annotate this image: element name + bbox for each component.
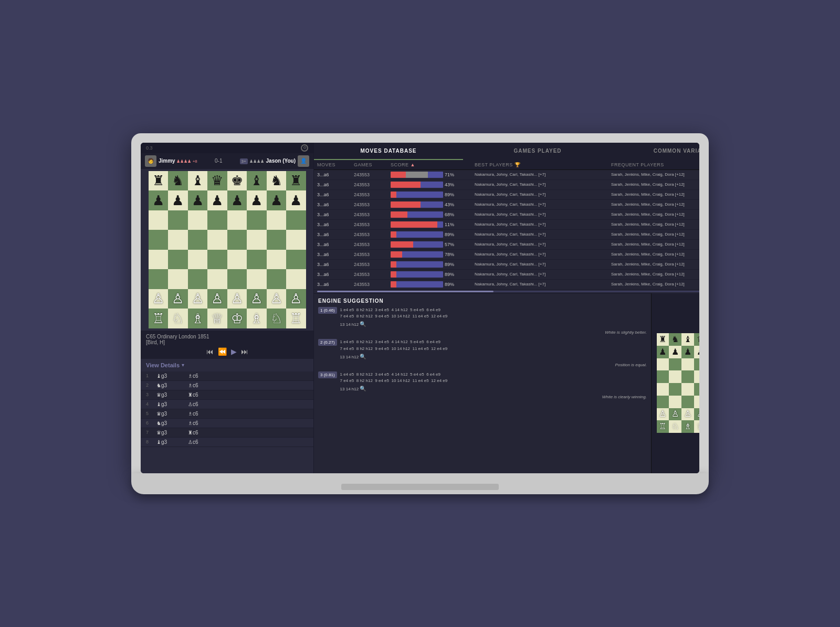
play-button[interactable]: ▶ bbox=[231, 347, 237, 356]
board-cell[interactable]: ♙ bbox=[657, 408, 669, 421]
last-move-button[interactable]: ⏭ bbox=[241, 347, 248, 356]
magnify-icon[interactable]: 🔍 bbox=[360, 354, 366, 359]
board-cell[interactable]: ♟ bbox=[247, 190, 267, 210]
board-cell[interactable]: ♟ bbox=[657, 346, 669, 358]
board-cell[interactable]: ♖ bbox=[286, 309, 306, 328]
black-move[interactable]: ♗c6 bbox=[188, 382, 219, 388]
board-cell[interactable] bbox=[681, 383, 694, 396]
board-cell[interactable] bbox=[267, 269, 287, 289]
board-cell[interactable] bbox=[168, 230, 188, 250]
board-cell[interactable] bbox=[247, 210, 267, 230]
moves-list[interactable]: 1 ♝g3 ♗c6 2 ♞g3 ♗c6 3 ♛g3 ♜c6 4 ♝g3 ♙c6 … bbox=[141, 371, 313, 473]
move-row[interactable]: 7 ♛g3 ♜c6 bbox=[141, 428, 313, 438]
board-cell[interactable]: ♞ bbox=[267, 171, 287, 191]
board-cell[interactable]: ♘ bbox=[669, 420, 681, 433]
mini-board[interactable]: ♜♞♝♛♚♝♞♜♟♟♟♟♟♟♟♟♙♙♙♙♙♙♙♙♖♘♗♕♔♗♘♖ bbox=[657, 333, 700, 433]
board-cell[interactable] bbox=[669, 370, 681, 383]
board-cell[interactable] bbox=[188, 230, 208, 250]
db-table-row[interactable]: 3...a6 243553 78% Nakamura, Johny, Carl,… bbox=[314, 250, 699, 260]
board-cell[interactable] bbox=[207, 230, 227, 250]
board-cell[interactable] bbox=[694, 396, 699, 408]
tab-common-variations[interactable]: COMMON VARIATIONS bbox=[612, 143, 699, 160]
board-cell[interactable] bbox=[149, 230, 169, 250]
board-cell[interactable] bbox=[267, 230, 287, 250]
board-cell[interactable] bbox=[247, 269, 267, 289]
board-cell[interactable]: ♜ bbox=[149, 171, 169, 191]
board-cell[interactable]: ♙ bbox=[267, 289, 287, 309]
board-cell[interactable]: ♙ bbox=[681, 408, 694, 421]
db-table-row[interactable]: 3...a6 243553 71% Nakamura, Johny, Carl,… bbox=[314, 170, 699, 180]
board-cell[interactable] bbox=[227, 230, 247, 250]
move-row[interactable]: 4 ♝g3 ♙c6 bbox=[141, 400, 313, 409]
db-table-row[interactable]: 3...a6 243553 43% Nakamura, Johny, Carl,… bbox=[314, 180, 699, 190]
move-row[interactable]: 6 ♞g3 ♗c6 bbox=[141, 419, 313, 428]
board-cell[interactable] bbox=[669, 396, 681, 408]
board-cell[interactable]: ♙ bbox=[247, 289, 267, 309]
tab-moves-database[interactable]: MOVES DATABASE bbox=[314, 143, 463, 160]
black-move[interactable]: ♗c6 bbox=[188, 420, 219, 426]
board-cell[interactable]: ♙ bbox=[207, 289, 227, 309]
board-cell[interactable]: ♟ bbox=[168, 190, 188, 210]
board-cell[interactable] bbox=[168, 269, 188, 289]
board-cell[interactable] bbox=[286, 230, 306, 250]
board-cell[interactable] bbox=[657, 396, 669, 408]
board-cell[interactable] bbox=[207, 210, 227, 230]
board-cell[interactable] bbox=[286, 250, 306, 270]
board-cell[interactable]: ♟ bbox=[286, 190, 306, 210]
board-cell[interactable] bbox=[188, 250, 208, 270]
white-move[interactable]: ♞g3 bbox=[156, 420, 188, 426]
white-move[interactable]: ♝g3 bbox=[156, 373, 188, 379]
board-cell[interactable] bbox=[267, 210, 287, 230]
board-cell[interactable] bbox=[657, 383, 669, 396]
board-cell[interactable] bbox=[669, 358, 681, 371]
white-move[interactable]: ♛g3 bbox=[156, 392, 188, 398]
board-cell[interactable]: ♕ bbox=[207, 309, 227, 328]
board-cell[interactable] bbox=[681, 358, 694, 371]
board-cell[interactable]: ♚ bbox=[227, 171, 247, 191]
board-cell[interactable]: ♝ bbox=[188, 171, 208, 191]
black-move[interactable]: ♙c6 bbox=[188, 439, 219, 445]
board-cell[interactable]: ♗ bbox=[681, 420, 694, 433]
board-cell[interactable]: ♝ bbox=[681, 333, 694, 346]
settings-button[interactable]: ⚙ bbox=[301, 144, 308, 152]
board-cell[interactable]: ♘ bbox=[168, 309, 188, 328]
board-cell[interactable]: ♛ bbox=[694, 333, 699, 346]
black-move[interactable]: ♙c6 bbox=[188, 401, 219, 407]
prev-move-button[interactable]: ⏪ bbox=[218, 347, 227, 356]
move-row[interactable]: 2 ♞g3 ♗c6 bbox=[141, 381, 313, 390]
board-cell[interactable]: ♙ bbox=[286, 289, 306, 309]
white-move[interactable]: ♝g3 bbox=[156, 439, 188, 445]
db-table-row[interactable]: 3...a6 243553 89% Nakamura, Johny, Carl,… bbox=[314, 230, 699, 240]
board-cell[interactable]: ♟ bbox=[227, 190, 247, 210]
board-cell[interactable] bbox=[267, 250, 287, 270]
board-cell[interactable]: ♞ bbox=[168, 171, 188, 191]
board-cell[interactable] bbox=[227, 250, 247, 270]
board-cell[interactable]: ♙ bbox=[694, 408, 699, 421]
db-table-row[interactable]: 3...a6 243553 89% Nakamura, Johny, Carl,… bbox=[314, 190, 699, 200]
board-cell[interactable]: ♟ bbox=[669, 346, 681, 358]
board-cell[interactable]: ♗ bbox=[247, 309, 267, 328]
board-cell[interactable]: ♜ bbox=[657, 333, 669, 346]
white-move[interactable]: ♛g3 bbox=[156, 411, 188, 417]
black-move[interactable]: ♜c6 bbox=[188, 430, 219, 435]
board-cell[interactable]: ♜ bbox=[286, 171, 306, 191]
move-row[interactable]: 1 ♝g3 ♗c6 bbox=[141, 371, 313, 381]
board-cell[interactable] bbox=[694, 383, 699, 396]
board-cell[interactable] bbox=[669, 383, 681, 396]
view-details-button[interactable]: View Details ▾ bbox=[141, 359, 313, 371]
board-cell[interactable]: ♔ bbox=[227, 309, 247, 328]
board-cell[interactable] bbox=[168, 250, 188, 270]
board-cell[interactable] bbox=[207, 250, 227, 270]
board-cell[interactable] bbox=[188, 210, 208, 230]
board-cell[interactable]: ♖ bbox=[149, 309, 169, 328]
board-cell[interactable] bbox=[286, 269, 306, 289]
black-move[interactable]: ♜c6 bbox=[188, 392, 219, 398]
chess-board[interactable]: ♜♞♝♛♚♝♞♜♟♟♟♟♟♟♟♟♙♙♙♙♙♙♙♙♖♘♗♕♔♗♘♖ bbox=[149, 171, 306, 328]
board-cell[interactable] bbox=[694, 358, 699, 371]
board-cell[interactable]: ♞ bbox=[669, 333, 681, 346]
first-move-button[interactable]: ⏮ bbox=[206, 347, 214, 356]
board-cell[interactable] bbox=[247, 250, 267, 270]
white-move[interactable]: ♞g3 bbox=[156, 382, 188, 388]
board-cell[interactable] bbox=[149, 210, 169, 230]
board-cell[interactable]: ♘ bbox=[267, 309, 287, 328]
